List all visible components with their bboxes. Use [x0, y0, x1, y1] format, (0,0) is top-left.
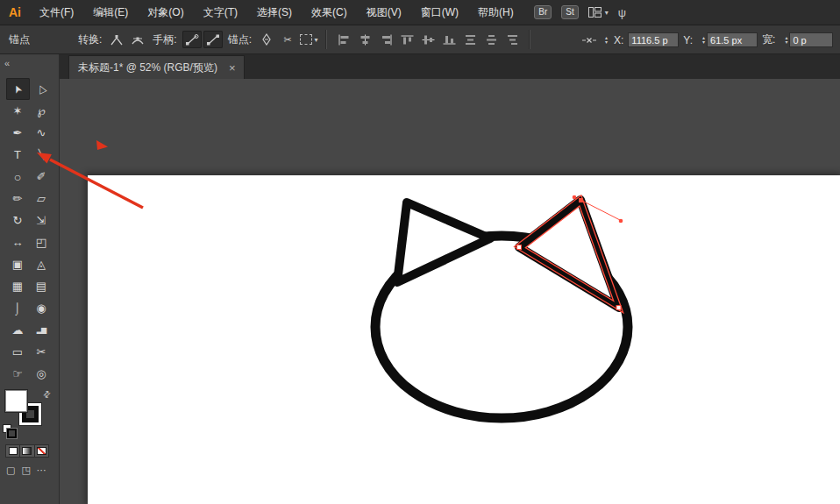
convert-to-smooth-icon[interactable] — [128, 31, 147, 48]
menu-bar-right: Br St ▾ ψ — [534, 5, 840, 19]
free-transform-tool-icon: ◰ — [36, 236, 46, 249]
y-stepper[interactable]: ▴▾ — [702, 36, 705, 45]
stock-button[interactable]: St — [561, 5, 578, 19]
bridge-button[interactable]: Br — [534, 5, 552, 19]
gradient-tool[interactable]: ▤ — [30, 275, 53, 297]
lasso-tool-icon: ℘ — [37, 104, 45, 117]
slice-tool[interactable]: ✂ — [30, 341, 53, 363]
swap-fill-stroke-icon[interactable]: ⇄ — [40, 388, 53, 401]
ellipse-tool[interactable]: ○ — [6, 166, 30, 188]
magic-wand-tool[interactable]: ✶ — [6, 100, 30, 122]
scale-tool-icon: ⇲ — [37, 214, 46, 227]
shape-builder-tool[interactable]: ▣ — [6, 253, 30, 275]
draw-normal-mode-icon[interactable]: ▢ — [6, 465, 15, 476]
align-center-icon[interactable] — [355, 31, 374, 48]
zoom-tool[interactable]: ◎ — [30, 363, 53, 385]
ellipse-tool-icon: ○ — [14, 170, 21, 184]
line-segment-tool-icon: ╲ — [39, 149, 45, 160]
align-top-icon[interactable] — [397, 31, 416, 48]
menu-item-1[interactable]: 编辑(E) — [83, 0, 138, 25]
paintbrush-tool[interactable]: ✐ — [30, 166, 53, 188]
pen-tool-icon: ✒ — [13, 126, 23, 139]
fill-color-swatch[interactable] — [5, 390, 27, 412]
none-button[interactable] — [35, 445, 48, 457]
menu-item-4[interactable]: 选择(S) — [247, 0, 302, 25]
default-fill-stroke-icon[interactable] — [3, 424, 17, 437]
zoom-tool-icon: ◎ — [36, 367, 46, 380]
width-tool[interactable]: ↔ — [6, 231, 30, 253]
line-segment-tool[interactable]: ╲ — [30, 144, 53, 166]
x-stepper[interactable]: ▴▾ — [605, 36, 608, 45]
hand-tool[interactable]: ☞ — [6, 363, 30, 385]
width-stepper[interactable]: ▴▾ — [785, 36, 787, 45]
close-icon[interactable]: × — [229, 61, 236, 75]
document-tab[interactable]: 未标题-1* @ 52% (RGB/预览) × — [68, 55, 245, 79]
width-label: 宽: — [762, 32, 775, 47]
pencil-tool[interactable]: ✏ — [6, 188, 30, 209]
canvas[interactable] — [60, 79, 840, 504]
gradient-button[interactable] — [20, 445, 34, 457]
eraser-tool[interactable]: ▱ — [30, 188, 53, 209]
menu-item-2[interactable]: 对象(O) — [138, 0, 193, 25]
x-position-input[interactable] — [628, 32, 679, 47]
blend-tool[interactable]: ◉ — [30, 297, 53, 319]
distribute-top-icon[interactable] — [460, 31, 480, 48]
graph-tool[interactable]: ▂▆ — [30, 319, 53, 341]
collapse-panel-icon[interactable]: « — [0, 54, 59, 72]
shape-builder-tool-icon: ▣ — [12, 258, 23, 271]
screen-mode-icon[interactable]: ⋯ — [37, 465, 46, 476]
distribute-bottom-icon[interactable] — [502, 31, 522, 48]
context-label: 锚点 — [9, 32, 30, 47]
reference-point-icon[interactable] — [580, 32, 599, 49]
remove-anchor-icon[interactable] — [257, 31, 276, 48]
align-left-icon[interactable] — [334, 31, 353, 48]
menu-item-3[interactable]: 文字(T) — [194, 0, 247, 25]
convert-to-corner-icon[interactable] — [107, 31, 126, 48]
separator — [325, 30, 327, 49]
paint-mode-buttons — [5, 444, 49, 458]
menu-item-0[interactable]: 文件(F) — [30, 0, 83, 25]
anchor-point-selected — [579, 198, 583, 202]
distribute-center-icon[interactable] — [481, 31, 501, 48]
menu-item-7[interactable]: 窗口(W) — [411, 0, 468, 25]
free-transform-tool[interactable]: ◰ — [30, 231, 53, 253]
drawing-mode-row: ▢◳⋯ — [6, 465, 59, 476]
perspective-grid-tool-icon: ◬ — [37, 258, 46, 271]
menu-item-6[interactable]: 视图(V) — [357, 0, 411, 25]
blend-tool-icon: ◉ — [36, 302, 46, 315]
align-bottom-icon[interactable] — [439, 31, 459, 48]
isolate-selection-icon[interactable]: ▾ — [299, 31, 318, 48]
workspace-switcher[interactable]: ▾ — [588, 7, 609, 18]
direct-selection-tool[interactable]: ▷ — [30, 78, 53, 100]
menu-bar: Ai 文件(F)编辑(E)对象(O)文字(T)选择(S)效果(C)视图(V)窗口… — [0, 0, 840, 25]
plug-icon[interactable]: ψ — [618, 6, 626, 19]
rotate-tool[interactable]: ↻ — [6, 209, 30, 231]
menu-item-5[interactable]: 效果(C) — [302, 0, 357, 25]
menu-item-8[interactable]: 帮助(H) — [468, 0, 523, 25]
curvature-tool[interactable]: ∿ — [30, 122, 53, 144]
cut-path-icon[interactable]: ✂ — [278, 31, 297, 48]
lasso-tool[interactable]: ℘ — [30, 100, 53, 122]
symbol-sprayer-tool[interactable]: ☁ — [6, 319, 30, 341]
eyedropper-tool[interactable]: ⌡ — [6, 297, 30, 319]
perspective-grid-tool[interactable]: ◬ — [30, 253, 53, 275]
control-bar: 锚点 转换: 手柄: 锚点: ✂ ▾ — [0, 25, 840, 54]
align-middle-icon[interactable] — [418, 31, 438, 48]
type-tool[interactable]: T — [6, 144, 30, 166]
selection-tool[interactable]: ➤ — [6, 78, 30, 100]
mesh-tool[interactable]: ▦ — [6, 275, 30, 297]
show-handles-icon[interactable] — [182, 31, 202, 48]
color-button[interactable] — [6, 445, 20, 457]
handles-label: 手柄: — [153, 32, 176, 47]
symbol-sprayer-tool-icon: ☁ — [12, 323, 24, 337]
artboard-tool[interactable]: ▭ — [6, 341, 30, 363]
align-right-icon[interactable] — [376, 31, 395, 48]
document-tab-title: 未标题-1* @ 52% (RGB/预览) — [78, 60, 217, 75]
hide-handles-icon[interactable] — [203, 31, 223, 48]
scale-tool[interactable]: ⇲ — [30, 209, 53, 231]
draw-inside-mode-icon[interactable]: ◳ — [21, 465, 30, 476]
gradient-tool-icon: ▤ — [36, 280, 46, 293]
y-position-input[interactable] — [707, 32, 758, 47]
pen-tool[interactable]: ✒ — [6, 122, 30, 144]
width-input[interactable] — [789, 32, 833, 47]
